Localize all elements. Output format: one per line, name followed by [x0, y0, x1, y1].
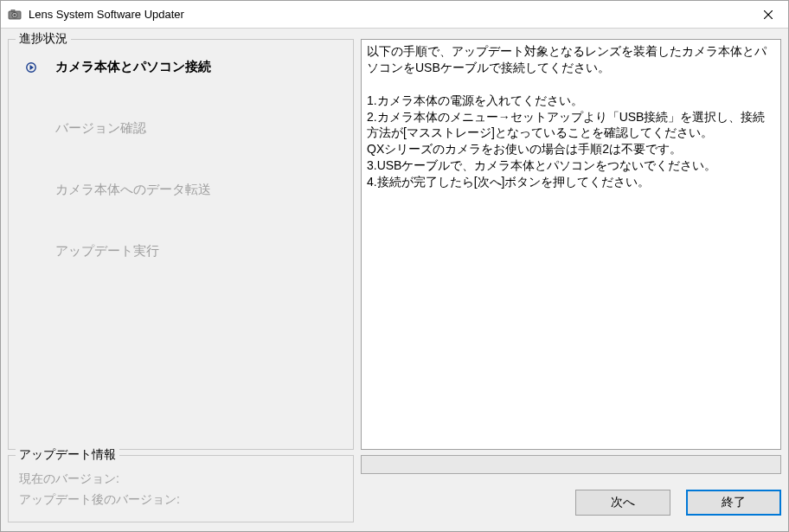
step-version-check: バージョン確認 [24, 120, 343, 137]
button-row: 次へ 終了 [361, 490, 781, 516]
step-label: カメラ本体とパソコン接続 [55, 59, 211, 75]
svg-rect-3 [11, 10, 15, 11]
step-icon-placeholder [24, 183, 38, 197]
close-button[interactable] [748, 1, 788, 29]
after-version-row: アップデート後のバージョン: [19, 492, 343, 508]
current-version-row: 現在のバージョン: [19, 471, 343, 487]
upper-row: 進捗状況 カメラ本体とパソコン接続 バージョン確認 [1, 29, 788, 450]
progress-groupbox: 進捗状況 カメラ本体とパソコン接続 バージョン確認 [8, 39, 354, 450]
content-area: 進捗状況 カメラ本体とパソコン接続 バージョン確認 [1, 29, 788, 531]
app-icon [8, 8, 22, 22]
step-label: アップデート実行 [55, 243, 159, 260]
update-info-heading: アップデート情報 [16, 447, 119, 463]
update-info-groupbox: アップデート情報 現在のバージョン: アップデート後のバージョン: [8, 455, 354, 522]
after-version-label: アップデート後のバージョン: [19, 492, 180, 506]
step-connect-camera: カメラ本体とパソコン接続 [24, 59, 343, 75]
current-version-label: 現在のバージョン: [19, 471, 119, 485]
updater-window: Lens System Software Updater 進捗状況 [0, 0, 789, 532]
step-update-execute: アップデート実行 [24, 243, 343, 260]
step-label: カメラ本体へのデータ転送 [55, 182, 211, 198]
lower-row: アップデート情報 現在のバージョン: アップデート後のバージョン: 次へ 終了 [1, 450, 788, 531]
step-list: カメラ本体とパソコン接続 バージョン確認 カメラ本体へのデータ転送 アップデート… [9, 40, 353, 270]
window-title: Lens System Software Updater [29, 8, 748, 21]
svg-marker-7 [30, 65, 35, 70]
exit-button[interactable]: 終了 [686, 490, 781, 516]
instructions-panel: 以下の手順で、アップデート対象となるレンズを装着したカメラ本体とパソコンをUSB… [361, 39, 781, 450]
titlebar: Lens System Software Updater [1, 1, 788, 29]
progress-bar [361, 455, 781, 474]
close-icon [764, 10, 773, 19]
step-icon-placeholder [24, 245, 38, 259]
arrow-right-icon [24, 61, 38, 74]
right-lower-panel: 次へ 終了 [361, 455, 781, 516]
progress-heading: 進捗状況 [16, 31, 71, 47]
step-label: バージョン確認 [55, 120, 146, 137]
svg-point-2 [14, 14, 16, 16]
next-button[interactable]: 次へ [575, 490, 670, 516]
step-icon-placeholder [24, 122, 38, 136]
step-data-transfer: カメラ本体へのデータ転送 [24, 182, 343, 198]
